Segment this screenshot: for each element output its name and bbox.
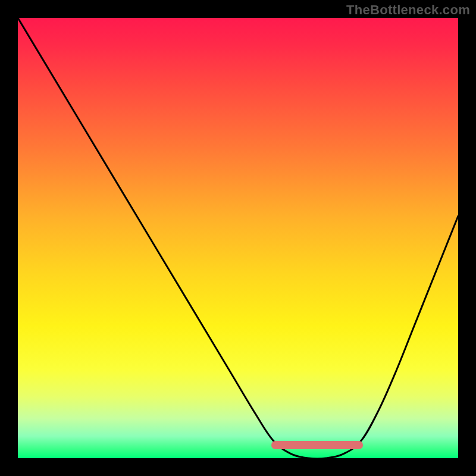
bottleneck-curve bbox=[18, 18, 458, 458]
watermark-text: TheBottleneck.com bbox=[346, 2, 470, 18]
plot-area bbox=[18, 18, 458, 458]
chart-frame: TheBottleneck.com bbox=[0, 0, 476, 476]
optimal-range-dot-left bbox=[271, 441, 280, 449]
optimal-range-marker bbox=[273, 441, 361, 449]
curve-path bbox=[18, 18, 458, 458]
